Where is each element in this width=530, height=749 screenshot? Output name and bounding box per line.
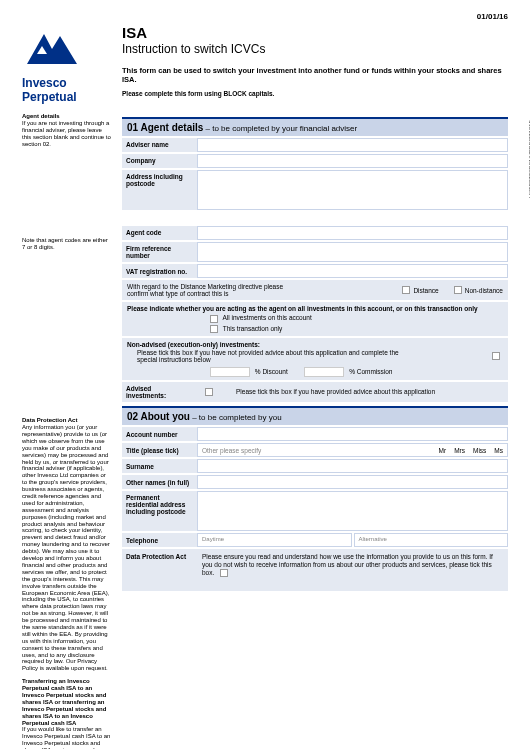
distance-checkbox[interactable] bbox=[402, 286, 410, 294]
advised-checkbox[interactable] bbox=[205, 388, 213, 396]
side-dpa-head: Data Protection Act bbox=[22, 417, 77, 423]
distance-text: With regard to the Distance Marketing di… bbox=[127, 283, 297, 297]
dpa-body-container: Please ensure you read and understand ho… bbox=[197, 549, 508, 591]
resaddress-label: Permanent residential address including … bbox=[122, 491, 197, 531]
agent-address-row: Address including postcode bbox=[122, 170, 508, 210]
title-main: ISA bbox=[122, 24, 508, 41]
company-label: Company bbox=[122, 154, 197, 168]
agent-code-input[interactable] bbox=[197, 226, 508, 240]
section01-heading: 01 Agent details – to be completed by yo… bbox=[122, 117, 508, 136]
adviser-name-label: Adviser name bbox=[122, 138, 197, 152]
logo: Invesco Perpetual bbox=[22, 18, 122, 103]
side-dpa-body: Any information you (or your representat… bbox=[22, 424, 110, 671]
tel-alt-placeholder: Alternative bbox=[359, 536, 387, 542]
agent-code-row: Agent code bbox=[122, 226, 508, 240]
tel-day-placeholder: Daytime bbox=[202, 536, 224, 542]
section01-soft: – to be completed by your financial advi… bbox=[203, 124, 357, 133]
vat-row: VAT registration no. bbox=[122, 264, 508, 278]
all-inv-label: All investments on this account bbox=[222, 314, 311, 321]
side-agent-head: Agent details bbox=[22, 113, 60, 119]
resaddress-row: Permanent residential address including … bbox=[122, 491, 508, 531]
discount-input[interactable] bbox=[210, 367, 250, 377]
title-sub: Instruction to switch ICVCs bbox=[122, 42, 508, 56]
telephone-label: Telephone bbox=[122, 533, 197, 547]
nondistance-checkbox[interactable] bbox=[454, 286, 462, 294]
commission-label: % Commission bbox=[349, 368, 392, 375]
title-ms[interactable]: Ms bbox=[494, 447, 503, 454]
intro-small: Please complete this form using BLOCK ca… bbox=[122, 90, 508, 97]
company-row: Company bbox=[122, 154, 508, 168]
othernames-label: Other names (in full) bbox=[122, 475, 197, 489]
title-label: Title (please tick) bbox=[122, 443, 197, 457]
dpa-label: Data Protection Act bbox=[122, 549, 197, 591]
nonadvised-row: Non-advised (execution-only) investments… bbox=[122, 338, 508, 380]
nonadv-body: Please tick this box if you have not pro… bbox=[137, 349, 412, 363]
agent-address-input[interactable] bbox=[197, 170, 508, 210]
section02-num: 02 About you bbox=[127, 411, 190, 422]
side-agent-note: Note that agent codes are either 7 or 8 … bbox=[22, 237, 112, 251]
section02-soft: – to be completed by you bbox=[190, 413, 282, 422]
surname-row: Surname bbox=[122, 459, 508, 473]
title-row: Title (please tick) Other please specify… bbox=[122, 443, 508, 457]
advised-row: Advised investments: Please tick this bo… bbox=[122, 382, 508, 402]
indicate-row: Please indicate whether you are acting a… bbox=[122, 302, 508, 336]
tel-alt-input[interactable]: Alternative bbox=[354, 533, 509, 547]
discount-label: % Discount bbox=[255, 368, 288, 375]
dpa-checkbox[interactable] bbox=[220, 569, 228, 577]
distance-opt: Distance bbox=[413, 287, 438, 294]
side-agent-body: If you are not investing through a finan… bbox=[22, 120, 111, 147]
vat-input[interactable] bbox=[197, 264, 508, 278]
othernames-row: Other names (in full) bbox=[122, 475, 508, 489]
account-input[interactable] bbox=[197, 427, 508, 441]
this-tx-label: This transaction only bbox=[223, 325, 283, 332]
title-options: Other please specify Mr Mrs Miss Ms bbox=[197, 443, 508, 457]
surname-label: Surname bbox=[122, 459, 197, 473]
adviser-name-row: Adviser name bbox=[122, 138, 508, 152]
nondistance-opt: Non-distance bbox=[465, 287, 503, 294]
title-miss[interactable]: Miss bbox=[473, 447, 486, 454]
header: Invesco Perpetual ISA Instruction to swi… bbox=[22, 18, 508, 103]
firm-ref-input[interactable] bbox=[197, 242, 508, 262]
othernames-input[interactable] bbox=[197, 475, 508, 489]
account-label: Account number bbox=[122, 427, 197, 441]
nonadv-head: Non-advised (execution-only) investments… bbox=[127, 341, 503, 348]
main-column: 01 Agent details – to be completed by yo… bbox=[122, 113, 508, 749]
section02-heading: 02 About you – to be completed by you bbox=[122, 406, 508, 425]
all-inv-checkbox[interactable] bbox=[210, 315, 218, 323]
section01-num: 01 Agent details bbox=[127, 122, 203, 133]
dpa-row: Data Protection Act Please ensure you re… bbox=[122, 549, 508, 591]
title-other: Other please specify bbox=[202, 447, 431, 454]
firm-ref-row: Firm reference number bbox=[122, 242, 508, 262]
sidebar: Agent details If you are not investing t… bbox=[22, 113, 122, 749]
title-mr[interactable]: Mr bbox=[439, 447, 447, 454]
side-transfer-head: Transferring an Invesco Perpetual cash I… bbox=[22, 678, 106, 725]
distance-row: With regard to the Distance Marketing di… bbox=[122, 280, 508, 300]
tel-day-input[interactable]: Daytime bbox=[197, 533, 352, 547]
company-input[interactable] bbox=[197, 154, 508, 168]
logo-text-2: Perpetual bbox=[22, 91, 122, 103]
account-row: Account number bbox=[122, 427, 508, 441]
dpa-body-text: Please ensure you read and understand ho… bbox=[202, 553, 493, 576]
commission-input[interactable] bbox=[304, 367, 344, 377]
firm-ref-label: Firm reference number bbox=[122, 242, 197, 262]
indicate-head: Please indicate whether you are acting a… bbox=[127, 305, 503, 312]
page: 01/01/16 UK589776D216/PDF/071215 Invesco… bbox=[0, 0, 530, 749]
document-date: 01/01/16 bbox=[477, 12, 508, 21]
this-tx-checkbox[interactable] bbox=[210, 325, 218, 333]
title-block: ISA Instruction to switch ICVCs This for… bbox=[122, 18, 508, 97]
mountain-icon bbox=[22, 24, 92, 74]
surname-input[interactable] bbox=[197, 459, 508, 473]
nonadv-checkbox[interactable] bbox=[492, 352, 500, 360]
advised-body: Please tick this box if you have provide… bbox=[236, 388, 435, 395]
title-mrs[interactable]: Mrs bbox=[454, 447, 465, 454]
agent-address-label: Address including postcode bbox=[122, 170, 197, 210]
resaddress-input[interactable] bbox=[197, 491, 508, 531]
advised-label: Advised investments: bbox=[122, 382, 197, 402]
content: Agent details If you are not investing t… bbox=[22, 113, 508, 749]
agent-code-label: Agent code bbox=[122, 226, 197, 240]
telephone-row: Telephone Daytime Alternative bbox=[122, 533, 508, 547]
logo-text-1: Invesco bbox=[22, 77, 122, 89]
side-transfer-body: If you would like to transfer an Invesco… bbox=[22, 726, 112, 749]
intro-bold: This form can be used to switch your inv… bbox=[122, 66, 508, 84]
adviser-name-input[interactable] bbox=[197, 138, 508, 152]
